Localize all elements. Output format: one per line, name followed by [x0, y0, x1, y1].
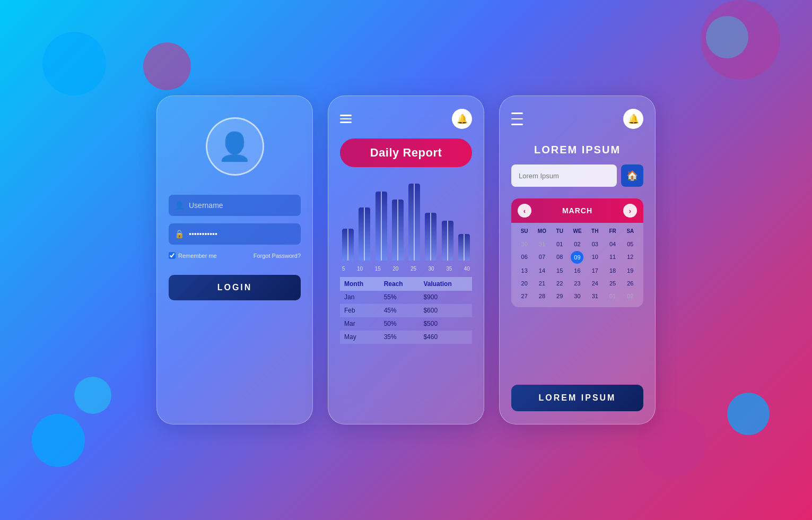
report-header: 🔔	[340, 109, 472, 129]
calendar-date[interactable]: 21	[533, 278, 551, 289]
calendar-month-label: MARCH	[562, 206, 592, 215]
calendar-day-header: WE	[569, 226, 586, 236]
hamburger-line-1	[340, 115, 352, 116]
notification-bell-button[interactable]: 🔔	[452, 109, 472, 129]
calendar-prev-button[interactable]: ‹	[518, 204, 531, 218]
login-button[interactable]: LOGIN	[169, 275, 301, 300]
calendar-header-bar: ‹ MARCH ›	[511, 198, 643, 223]
col-valuation: Valuation	[419, 277, 472, 291]
calendar-date[interactable]: 18	[604, 265, 621, 276]
remember-me-label[interactable]: Remember me	[169, 252, 217, 259]
calendar-date[interactable]: 07	[533, 251, 551, 264]
calendar-date[interactable]: 15	[551, 265, 569, 276]
table-row: May35%$460	[340, 331, 472, 344]
username-input[interactable]	[169, 195, 301, 216]
calendar-day-header: TH	[586, 226, 604, 236]
data-table: Month Reach Valuation Jan55%$900Feb45%$6…	[340, 277, 472, 344]
hamburger-menu[interactable]	[340, 115, 352, 123]
bar	[359, 207, 370, 261]
calendar-date[interactable]: 12	[622, 251, 639, 264]
table-cell: 50%	[380, 317, 420, 331]
calendar-date[interactable]: 08	[551, 251, 569, 264]
calendar-day-header: TU	[551, 226, 569, 236]
calendar-day-header: SU	[516, 226, 533, 236]
calendar-date[interactable]: 31	[586, 290, 604, 302]
calendar-date[interactable]: 11	[604, 251, 621, 264]
calendar-date[interactable]: 19	[622, 265, 639, 276]
lorem-ipsum-button[interactable]: LOREM IPSUM	[511, 385, 643, 411]
hamburger-line-2	[340, 118, 352, 120]
calendar-grid: SUMOTUWETHFRSA 3031010203040506070809101…	[511, 223, 643, 307]
calendar-date[interactable]: 05	[622, 238, 639, 250]
chart-x-label: 30	[429, 266, 434, 272]
table-cell: 45%	[380, 304, 420, 317]
calendar-widget: ‹ MARCH › SUMOTUWETHFRSA 303101020304050…	[511, 198, 643, 307]
calendar-date[interactable]: 17	[586, 265, 604, 276]
bg-blob-5	[32, 414, 85, 467]
calendar-date[interactable]: 29	[551, 290, 569, 302]
table-cell: Mar	[340, 317, 380, 331]
calendar-date[interactable]: 02	[622, 290, 639, 302]
chart-x-axis: 510152025303540	[340, 264, 472, 272]
bar	[458, 234, 470, 261]
calendar-date[interactable]: 10	[586, 251, 604, 264]
calendar-date[interactable]: 20	[516, 278, 533, 289]
calendar-notification-bell-button[interactable]: 🔔	[623, 109, 643, 129]
calendar-date[interactable]: 04	[604, 238, 621, 250]
hamburger-line-3	[340, 122, 352, 123]
calendar-date[interactable]: 13	[516, 265, 533, 276]
calendar-date[interactable]: 16	[569, 265, 586, 276]
chart-x-label: 15	[375, 266, 381, 272]
hamburger-line-1	[511, 112, 523, 114]
daily-report-badge: Daily Report	[340, 138, 472, 167]
page-title: LOREM IPSUM	[511, 144, 643, 156]
calendar-day-header: MO	[533, 226, 551, 236]
calendar-date[interactable]: 01	[604, 290, 621, 302]
bar	[376, 192, 387, 261]
report-screen: 🔔 Daily Report 510152025303540 Month Rea…	[328, 96, 484, 424]
username-wrapper: 👤	[169, 195, 301, 216]
calendar-date[interactable]: 23	[569, 278, 586, 289]
bar	[392, 200, 404, 261]
table-cell: 35%	[380, 331, 420, 344]
chart-x-label: 40	[464, 266, 470, 272]
home-icon: 🏠	[626, 170, 638, 181]
calendar-header: 🔔	[511, 109, 643, 129]
calendar-date[interactable]: 31	[533, 238, 551, 250]
table-row: Feb45%$600	[340, 304, 472, 317]
table-row: Mar50%$500	[340, 317, 472, 331]
calendar-date[interactable]: 22	[551, 278, 569, 289]
bg-blob-1	[42, 32, 106, 96]
forgot-password-link[interactable]: Forgot Password?	[254, 253, 301, 259]
calendar-date[interactable]: 24	[586, 278, 604, 289]
calendar-date[interactable]: 26	[622, 278, 639, 289]
calendar-bell-icon: 🔔	[628, 114, 639, 125]
calendar-date[interactable]: 25	[604, 278, 621, 289]
calendar-date[interactable]: 14	[533, 265, 551, 276]
hamburger-line-3	[511, 124, 523, 125]
calendar-next-button[interactable]: ›	[623, 204, 637, 218]
search-input[interactable]	[511, 164, 617, 187]
calendar-hamburger-menu[interactable]	[511, 112, 523, 125]
calendar-date[interactable]: 28	[533, 290, 551, 302]
search-button[interactable]: 🏠	[621, 164, 643, 187]
table-cell: Jan	[340, 291, 380, 304]
bell-icon: 🔔	[457, 114, 468, 125]
user-icon: 👤	[217, 133, 252, 160]
avatar: 👤	[206, 117, 264, 176]
calendar-date[interactable]: 03	[586, 238, 604, 250]
calendar-date[interactable]: 06	[516, 251, 533, 264]
remember-me-checkbox[interactable]	[169, 252, 176, 259]
calendar-date[interactable]: 02	[569, 238, 586, 250]
bar	[442, 221, 453, 261]
calendar-date[interactable]: 27	[516, 290, 533, 302]
hamburger-line-2	[511, 118, 523, 120]
calendar-date[interactable]: 09	[571, 251, 583, 264]
bg-blob-4	[701, 0, 780, 80]
calendar-date[interactable]: 01	[551, 238, 569, 250]
calendar-date[interactable]: 30	[569, 290, 586, 302]
password-input[interactable]	[169, 223, 301, 245]
table-row: Jan55%$900	[340, 291, 472, 304]
calendar-date[interactable]: 30	[516, 238, 533, 250]
login-options: Remember me Forgot Password?	[169, 252, 301, 259]
